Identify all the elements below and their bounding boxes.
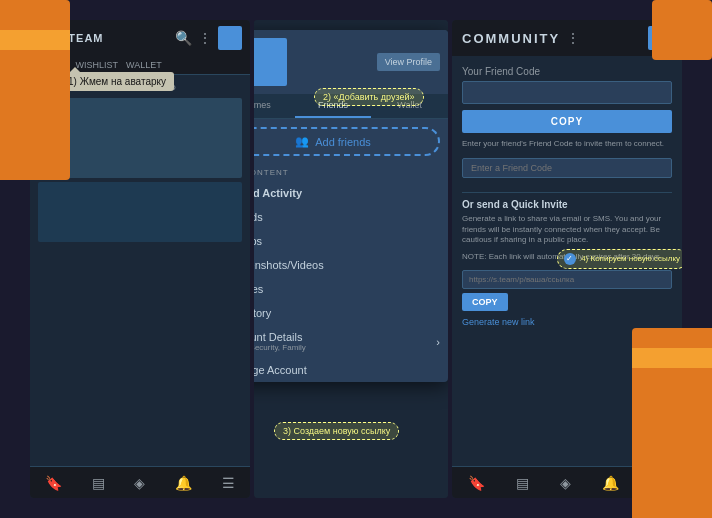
- step3-annotation: 3) Создаем новую ссылку: [274, 422, 399, 440]
- r-nav-list-icon[interactable]: ▤: [516, 475, 529, 491]
- nav-wallet[interactable]: WALLET: [126, 60, 162, 70]
- friend-code-input[interactable]: [462, 81, 672, 104]
- menu-change-account[interactable]: Change Account: [254, 358, 448, 382]
- avatar[interactable]: [218, 26, 242, 50]
- my-content-label: MY CONTENT: [254, 164, 448, 181]
- menu-inventory[interactable]: Inventory: [254, 301, 448, 325]
- account-details-sub: Store, Security, Family: [254, 343, 306, 352]
- community-content: Your Friend Code COPY Enter your friend'…: [452, 56, 682, 343]
- copy-link-button[interactable]: COPY: [462, 293, 508, 311]
- friend-code-label: Your Friend Code: [462, 66, 672, 77]
- menu-badges[interactable]: Badges: [254, 277, 448, 301]
- bottom-nav-left: 🔖 ▤ ◈ 🔔 ☰: [30, 466, 250, 498]
- checkmark-icon: ✓: [564, 253, 576, 265]
- helper-text: Enter your friend's Friend Code to invit…: [462, 139, 672, 149]
- view-profile-button[interactable]: View Profile: [377, 53, 440, 71]
- nav-hamburger-icon[interactable]: ☰: [222, 475, 235, 491]
- gift-decoration-left: [0, 0, 70, 180]
- menu-account-details[interactable]: Account Details Store, Security, Family …: [254, 325, 448, 358]
- featured-image-2: [38, 182, 242, 242]
- main-container: S STEAM 🔍 ⋮ MENU▾ WISHLIST WALLET 1) Жме…: [30, 20, 682, 498]
- r-nav-bookmark-icon[interactable]: 🔖: [468, 475, 485, 491]
- gift-decoration-top-right: [652, 0, 712, 60]
- generate-new-link[interactable]: Generate new link: [462, 317, 672, 327]
- nav-wishlist[interactable]: WISHLIST: [76, 60, 119, 70]
- divider: [462, 192, 672, 193]
- menu-groups[interactable]: Groups: [254, 229, 448, 253]
- profile-popup: ‹ View Profile Games Friends Wallet 👥 Ad…: [254, 30, 448, 382]
- menu-friends[interactable]: Friends: [254, 205, 448, 229]
- menu-friend-activity[interactable]: Friend Activity: [254, 181, 448, 205]
- nav-shield-icon[interactable]: ◈: [134, 475, 145, 491]
- chevron-right-icon: ›: [436, 336, 440, 348]
- copy-friend-code-button[interactable]: COPY: [462, 110, 672, 133]
- tooltip-step1: 1) Жмем на аватарку: [60, 72, 174, 91]
- quick-invite-desc: Generate a link to share via email or SM…: [462, 214, 672, 245]
- middle-panel: steamgifts 2) «Добавить друзей» ‹ View P…: [254, 20, 448, 498]
- popup-avatar: [254, 38, 287, 86]
- link-url-input[interactable]: [462, 270, 672, 289]
- community-header: COMMUNITY ⋮: [452, 20, 682, 56]
- enter-code-input[interactable]: [462, 158, 672, 178]
- menu-screenshots[interactable]: Screenshots/Videos: [254, 253, 448, 277]
- step2-annotation: 2) «Добавить друзей»: [314, 88, 424, 106]
- menu-icon[interactable]: ⋮: [198, 30, 212, 46]
- r-nav-bell-icon[interactable]: 🔔: [602, 475, 619, 491]
- step4-annotation: ✓ 4) Копируем новую ссылку: [557, 249, 682, 269]
- gift-decoration-right-bottom: [632, 328, 712, 518]
- popup-header: ‹ View Profile: [254, 30, 448, 94]
- community-menu-icon[interactable]: ⋮: [566, 30, 580, 46]
- r-nav-shield-icon[interactable]: ◈: [560, 475, 571, 491]
- add-friends-button[interactable]: 👥 Add friends: [254, 127, 440, 156]
- add-friends-icon: 👥: [295, 135, 309, 148]
- nav-list-icon[interactable]: ▤: [92, 475, 105, 491]
- quick-invite-label: Or send a Quick Invite: [462, 199, 672, 210]
- add-friends-label: Add friends: [315, 136, 371, 148]
- nav-bookmark-icon[interactable]: 🔖: [45, 475, 62, 491]
- search-icon[interactable]: 🔍: [175, 30, 192, 46]
- community-title: COMMUNITY: [462, 31, 560, 46]
- link-row: [462, 270, 672, 289]
- account-details-label: Account Details: [254, 331, 306, 343]
- tab-games[interactable]: Games: [254, 94, 295, 118]
- nav-bell-icon[interactable]: 🔔: [175, 475, 192, 491]
